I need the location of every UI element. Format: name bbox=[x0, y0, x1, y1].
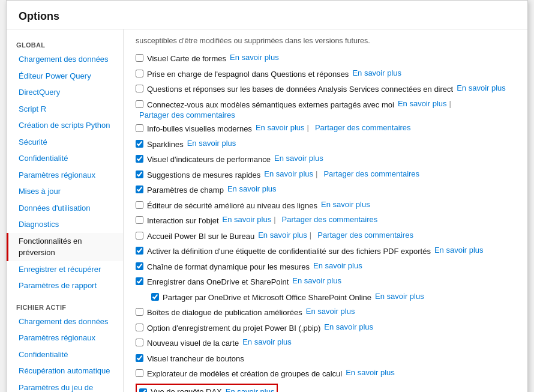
checkbox-espagnol-questions[interactable] bbox=[136, 70, 143, 77]
option-link2-accueil-powerbi-bureau[interactable]: Partager des commentaires bbox=[317, 231, 413, 240]
options-list: Visuel Carte de formesEn savoir plusPris… bbox=[136, 51, 515, 392]
sidebar-item-enregistrer-recuperer[interactable]: Enregistrer et récupérer bbox=[7, 261, 123, 278]
option-link-vue-requete-dax[interactable]: En savoir plus bbox=[226, 387, 275, 392]
separator-interaction-objet: | bbox=[274, 215, 275, 224]
option-link-info-bulles-visuelles[interactable]: En savoir plus bbox=[256, 123, 305, 132]
option-link2-interaction-objet[interactable]: Partager des commentaires bbox=[282, 215, 378, 224]
option-label-sparklines: Sparklines bbox=[147, 139, 184, 151]
checkbox-parametres-champ[interactable] bbox=[136, 185, 143, 193]
sidebar-fichier-items: Chargement des donnéesParamètres régiona… bbox=[7, 313, 123, 393]
option-label-accueil-powerbi-bureau: Accueil Power BI sur le Bureau bbox=[147, 231, 254, 243]
option-link-editeur-securite[interactable]: En savoir plus bbox=[321, 200, 370, 209]
highlight-border-vue-requete-dax: Vue de requête DAXEn savoir plus bbox=[136, 384, 278, 393]
checkbox-editeur-securite[interactable] bbox=[136, 201, 143, 209]
option-label-connectez-modeles: Connectez-vous aux modèles sémantiques e… bbox=[147, 99, 394, 111]
option-row-questions-reponses-analysis: Questions et réponses sur les bases de d… bbox=[136, 82, 515, 97]
option-label-option-enregistrement: Option d'enregistrement du projet Power … bbox=[147, 322, 320, 334]
option-link-parametres-champ[interactable]: En savoir plus bbox=[227, 184, 277, 193]
sidebar-item-parametres-jeu-donnees[interactable]: Paramètres du jeu de données p... bbox=[7, 379, 123, 393]
option-link-enregistrer-onedrive[interactable]: En savoir plus bbox=[292, 276, 341, 285]
option-row-partager-onedrive: Partager par OneDrive et Microsoft Offic… bbox=[136, 290, 515, 306]
option-link-connectez-modeles[interactable]: En savoir plus bbox=[398, 99, 447, 108]
checkbox-enregistrer-onedrive[interactable] bbox=[136, 277, 143, 285]
sidebar-item-recuperation-automatique[interactable]: Récupération automatique bbox=[7, 363, 123, 379]
dialog-title: Options bbox=[7, 1, 527, 29]
option-link-chaine-format-dynamique[interactable]: En savoir plus bbox=[313, 261, 362, 270]
sidebar-item-diagnostics[interactable]: Diagnostics bbox=[7, 216, 123, 233]
option-label-questions-reponses-analysis: Questions et réponses sur les bases de d… bbox=[147, 83, 453, 95]
sidebar-item-confidentialite-fa[interactable]: Confidentialité bbox=[7, 346, 123, 363]
option-link-nouveau-visuel-carte[interactable]: En savoir plus bbox=[242, 337, 292, 346]
sidebar-item-script-r[interactable]: Script R bbox=[7, 101, 123, 118]
option-link-accueil-powerbi-bureau[interactable]: En savoir plus bbox=[258, 231, 307, 240]
fichier-actif-section-label: FICHIER ACTIF bbox=[7, 299, 123, 313]
checkbox-accueil-powerbi-bureau[interactable] bbox=[136, 232, 143, 240]
checkbox-partager-onedrive[interactable] bbox=[151, 293, 159, 301]
option-label-parametres-champ: Paramètres de champ bbox=[147, 184, 224, 196]
checkbox-visuel-trancheur[interactable] bbox=[136, 354, 143, 362]
option-label-visuel-carte-formes: Visuel Carte de formes bbox=[147, 53, 226, 65]
option-link-interaction-objet[interactable]: En savoir plus bbox=[223, 215, 272, 224]
sidebar-item-chargement-donnees[interactable]: Chargement des données bbox=[7, 51, 123, 68]
option-link-option-enregistrement[interactable]: En savoir plus bbox=[324, 322, 373, 331]
option-row-option-enregistrement: Option d'enregistrement du projet Power … bbox=[136, 321, 515, 336]
option-row-visuel-trancheur: Visuel trancheur de boutons bbox=[136, 351, 515, 367]
sidebar-item-parametres-regionaux[interactable]: Paramètres régionaux bbox=[7, 167, 123, 184]
sidebar-item-direct-query[interactable]: DirectQuery bbox=[7, 84, 123, 101]
option-row-editeur-securite: Éditeur de sécurité amélioré au niveau d… bbox=[136, 198, 515, 214]
global-section-label: GLOBAL bbox=[7, 37, 123, 51]
sidebar-item-confidentialite[interactable]: Confidentialité bbox=[7, 150, 123, 167]
checkbox-nouveau-visuel-carte[interactable] bbox=[136, 339, 143, 346]
separator-info-bulles-visuelles: | bbox=[307, 123, 309, 132]
checkbox-suggestions-mesures[interactable] bbox=[136, 170, 143, 178]
checkbox-questions-reponses-analysis[interactable] bbox=[136, 85, 143, 92]
option-row-boites-dialogue: Boîtes de dialogue de publication amélio… bbox=[136, 305, 515, 321]
option-link-espagnol-questions[interactable]: En savoir plus bbox=[352, 68, 401, 77]
option-link-visuel-indicateurs[interactable]: En savoir plus bbox=[274, 154, 323, 163]
sidebar-item-donnees-utilisation[interactable]: Données d'utilisation bbox=[7, 200, 123, 217]
checkbox-vue-requete-dax[interactable] bbox=[139, 388, 147, 392]
option-row-espagnol-questions: Prise en charge de l'espagnol dans Quest… bbox=[136, 67, 515, 82]
checkbox-info-bulles-visuelles[interactable] bbox=[136, 124, 143, 132]
separator-suggestions-mesures: | bbox=[316, 169, 317, 178]
option-row-vue-requete-dax: Vue de requête DAXEn savoir plus bbox=[136, 382, 515, 393]
option-label-vue-requete-dax: Vue de requête DAX bbox=[151, 386, 222, 393]
option-link-partager-onedrive[interactable]: En savoir plus bbox=[375, 292, 424, 301]
checkbox-interaction-objet[interactable] bbox=[136, 216, 143, 224]
checkbox-activer-definition-etiquette[interactable] bbox=[136, 247, 143, 255]
option-link-boites-dialogue[interactable]: En savoir plus bbox=[306, 307, 355, 316]
checkbox-option-enregistrement[interactable] bbox=[136, 324, 143, 331]
option-link-questions-reponses-analysis[interactable]: En savoir plus bbox=[457, 83, 506, 92]
checkbox-visuel-indicateurs[interactable] bbox=[136, 155, 143, 163]
options-dialog: Options GLOBAL Chargement des donnéesÉdi… bbox=[6, 0, 528, 392]
dialog-body: GLOBAL Chargement des donnéesÉditeur Pow… bbox=[7, 29, 527, 392]
sidebar-item-creation-scripts-python[interactable]: Création de scripts Python bbox=[7, 117, 123, 134]
sidebar-item-parametres-rapport[interactable]: Paramètres de rapport bbox=[7, 277, 123, 294]
checkbox-boites-dialogue[interactable] bbox=[136, 308, 143, 316]
sidebar-item-fonctionnalites-preversion[interactable]: Fonctionnalités en préversion bbox=[7, 233, 123, 261]
option-row-activer-definition-etiquette: Activer la définition d'une étiquette de… bbox=[136, 244, 515, 259]
option-row-info-bulles-visuelles: Info-bulles visuelles modernesEn savoir … bbox=[136, 121, 515, 137]
option-label-suggestions-mesures: Suggestions de mesures rapides bbox=[147, 169, 260, 181]
option-link-explorateur-modeles[interactable]: En savoir plus bbox=[346, 368, 395, 377]
sidebar-item-securite[interactable]: Sécurité bbox=[7, 134, 123, 151]
option-row-interaction-objet: Interaction sur l'objetEn savoir plus|Pa… bbox=[136, 213, 515, 229]
option-link-activer-definition-etiquette[interactable]: En savoir plus bbox=[434, 246, 484, 255]
sidebar-item-parametres-regionaux-fa[interactable]: Paramètres régionaux bbox=[7, 330, 123, 346]
option-link-suggestions-mesures[interactable]: En savoir plus bbox=[264, 169, 313, 178]
checkbox-visuel-carte-formes[interactable] bbox=[136, 54, 143, 62]
sidebar-global-items: Chargement des donnéesÉditeur Power Quer… bbox=[7, 51, 123, 294]
option-link-sparklines[interactable]: En savoir plus bbox=[187, 139, 236, 148]
checkbox-chaine-format-dynamique[interactable] bbox=[136, 262, 143, 270]
checkbox-sparklines[interactable] bbox=[136, 140, 143, 148]
option-link-visuel-carte-formes[interactable]: En savoir plus bbox=[230, 53, 279, 62]
option-label-info-bulles-visuelles: Info-bulles visuelles modernes bbox=[147, 123, 252, 135]
checkbox-connectez-modeles[interactable] bbox=[136, 100, 143, 108]
sidebar-item-editeur-power-query[interactable]: Éditeur Power Query bbox=[7, 68, 123, 85]
checkbox-explorateur-modeles[interactable] bbox=[136, 369, 143, 377]
sidebar-item-chargement-donnees-fa[interactable]: Chargement des données bbox=[7, 313, 123, 330]
option-link2-suggestions-mesures[interactable]: Partager des commentaires bbox=[323, 169, 419, 178]
option-link2-connectez-modeles[interactable]: Partager des commentaires bbox=[139, 110, 235, 119]
sidebar-item-mises-a-jour[interactable]: Mises à jour bbox=[7, 183, 123, 200]
option-link2-info-bulles-visuelles[interactable]: Partager des commentaires bbox=[315, 123, 411, 132]
